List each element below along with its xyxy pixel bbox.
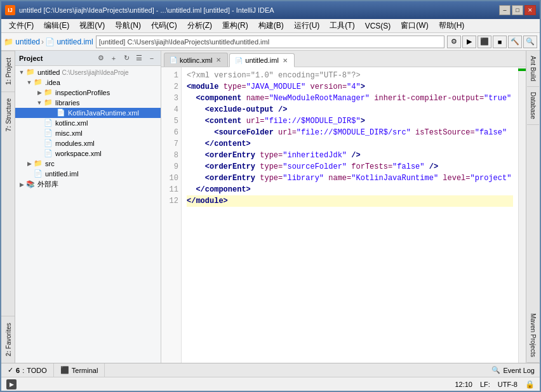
menu-tools[interactable]: 工具(T) — [324, 19, 359, 32]
editor-area: 📄 kotlinc.xml ✕ 📄 untitled.iml ✕ 1 2 3 4 — [161, 51, 526, 363]
tree-workspace[interactable]: 📄 workspace.xml — [15, 148, 161, 159]
status-bar: ▶ 12:10 LF: UTF-8 🔒 — [1, 377, 540, 391]
project-panel-collapse[interactable]: − — [147, 53, 157, 63]
tree-libraries[interactable]: ▼ 📁 libraries — [15, 98, 161, 108]
line-num-8: 8 — [161, 150, 178, 161]
code-line-11: </component> — [187, 184, 513, 195]
menu-window[interactable]: 窗口(W) — [396, 19, 433, 32]
menu-vcs[interactable]: VCS(S) — [360, 20, 396, 32]
tree-inspection-profiles[interactable]: ▶ 📁 inspectionProfiles — [15, 88, 161, 98]
content-area: 1: Project 7: Structure 2: Favorites Pro… — [1, 51, 540, 363]
nav-build-btn[interactable]: 🔨 — [508, 36, 522, 48]
modules-xml-icon: 📄 — [43, 139, 53, 148]
file-icon: 📄 — [45, 37, 55, 46]
left-side-strip: 1: Project 7: Structure 2: Favorites — [1, 51, 15, 363]
workspace-xml-icon: 📄 — [43, 149, 53, 158]
project-panel-expand[interactable]: ☰ — [134, 53, 144, 63]
tab-kotlinc-close[interactable]: ✕ — [215, 56, 222, 64]
tree-src[interactable]: ▶ 📁 src — [15, 159, 161, 169]
right-tab-maven[interactable]: Maven Projects — [527, 308, 539, 363]
event-log-area: 🔍 Event Log — [486, 366, 540, 374]
project-panel-title: Project — [19, 55, 93, 62]
tree-idea[interactable]: ▼ 📁 .idea — [15, 77, 161, 88]
menu-help[interactable]: 帮助(H) — [434, 19, 470, 32]
window-title: untitled [C:\Users\jiajh\IdeaProjects\un… — [19, 6, 499, 14]
breadcrumb: 📁 untitled › 📄 untitled.iml — [4, 37, 93, 46]
breadcrumb-file[interactable]: 📄 untitled.iml — [45, 37, 93, 46]
nav-bar: 📁 untitled › 📄 untitled.iml [untitled] C… — [1, 33, 540, 51]
nav-path-bar: [untitled] C:\Users\jiajh\IdeaProjects\u… — [96, 36, 444, 48]
sidebar-item-project[interactable]: 1: Project — [1, 51, 15, 91]
code-line-9: <orderEntry type="sourceFolder" forTests… — [187, 161, 513, 173]
menu-file[interactable]: 文件(F) — [4, 19, 39, 32]
tree-root-label: untitled C:\Users\jiajh\IdeaProje — [37, 69, 129, 76]
right-tab-ant-build[interactable]: Ant Build — [527, 51, 539, 87]
project-panel-plus[interactable]: + — [109, 53, 119, 63]
tree-kotlin-runtime[interactable]: 📄 KotlinJavaRuntime.xml — [15, 108, 161, 118]
untitled-iml-icon: 📄 — [33, 169, 43, 178]
sidebar-item-favorites[interactable]: 2: Favorites — [1, 316, 15, 363]
sidebar-item-structure[interactable]: 7: Structure — [1, 91, 15, 138]
menu-refactor[interactable]: 重构(R) — [217, 19, 253, 32]
tab-untitled-iml[interactable]: 📄 untitled.iml ✕ — [229, 53, 295, 67]
folder-icon: 📁 — [4, 37, 13, 46]
tree-modules[interactable]: 📄 modules.xml — [15, 138, 161, 148]
code-line-4: <exclude-output /> — [187, 104, 513, 115]
window-controls: – □ ✕ — [499, 5, 536, 15]
misc-xml-icon: 📄 — [43, 129, 53, 138]
code-line-5: <content url="file://$MODULE_DIR$"> — [187, 115, 513, 127]
tab-untitled-iml-label: untitled.iml — [245, 56, 279, 64]
project-panel-sync[interactable]: ↻ — [121, 53, 131, 63]
editor-scroll-indicator — [518, 67, 526, 363]
untitled-iml-tab-icon: 📄 — [235, 57, 243, 64]
tab-kotlinc-xml[interactable]: 📄 kotlinc.xml ✕ — [164, 53, 228, 67]
kotlinc-tab-icon: 📄 — [170, 56, 177, 63]
line-num-10: 10 — [161, 173, 178, 184]
main-window: IJ untitled [C:\Users\jiajh\IdeaProjects… — [0, 0, 541, 392]
menu-build[interactable]: 构建(B) — [253, 19, 289, 32]
tree-kotlinc[interactable]: 📄 kotlinc.xml — [15, 118, 161, 128]
tree-misc[interactable]: 📄 misc.xml — [15, 128, 161, 138]
menu-run[interactable]: 运行(U) — [289, 19, 325, 32]
breadcrumb-root[interactable]: 📁 untitled — [4, 37, 40, 46]
menu-navigate[interactable]: 导航(N) — [110, 19, 146, 32]
nav-stop-btn[interactable]: ■ — [493, 36, 507, 48]
nav-settings-btn[interactable]: ⚙ — [447, 36, 461, 48]
root-folder-icon: 📁 — [25, 68, 36, 77]
tab-untitled-iml-close[interactable]: ✕ — [281, 56, 289, 64]
code-line-12: </module> — [187, 195, 513, 207]
code-line-3: <component name="NewModuleRootManager" i… — [187, 93, 513, 104]
code-editor[interactable]: <?xml version="1.0" encoding="UTF-8"?> <… — [182, 67, 518, 363]
event-log-label[interactable]: Event Log — [503, 367, 535, 374]
nav-run-btn[interactable]: ▶ — [462, 36, 476, 48]
tree-root[interactable]: ▼ 📁 untitled C:\Users\jiajh\IdeaProje — [15, 67, 161, 77]
tree-untitled-iml[interactable]: 📄 untitled.iml — [15, 169, 161, 179]
close-button[interactable]: ✕ — [524, 5, 536, 15]
nav-search-btn[interactable]: 🔍 — [523, 36, 537, 48]
right-tab-database[interactable]: Database — [527, 87, 539, 125]
project-panel-header: Project ⚙ + ↻ ☰ − — [15, 51, 161, 66]
menu-analyze[interactable]: 分析(Z) — [182, 19, 217, 32]
line-num-7: 7 — [161, 138, 178, 150]
menu-code[interactable]: 代码(C) — [146, 19, 182, 32]
line-num-3: 3 — [161, 93, 178, 104]
menu-edit[interactable]: 编辑(E) — [39, 19, 74, 32]
todo-icon: ✓ — [8, 366, 13, 374]
code-line-8: <orderEntry type="inheritedJdk" /> — [187, 150, 513, 161]
nav-debug-btn[interactable]: ⬛ — [478, 36, 491, 48]
app-icon: IJ — [5, 5, 15, 15]
status-line-sep: LF: — [480, 381, 490, 388]
maximize-button[interactable]: □ — [512, 5, 523, 15]
tree-external-libs[interactable]: ▶ 📚 外部库 — [15, 179, 161, 190]
libraries-folder-icon: 📁 — [43, 98, 53, 107]
bottom-tab-terminal[interactable]: ⬛ Terminal — [54, 363, 105, 377]
line-num-6: 6 — [161, 127, 178, 138]
status-right: 12:10 LF: UTF-8 🔒 — [455, 380, 535, 389]
project-panel-gear[interactable]: ⚙ — [96, 53, 106, 63]
menu-view[interactable]: 视图(V) — [74, 19, 110, 32]
minimize-button[interactable]: – — [499, 5, 511, 15]
bottom-tab-todo[interactable]: ✓ 6: TODO — [1, 363, 54, 377]
idea-folder-icon: 📁 — [33, 78, 43, 87]
tab-kotlinc-label: kotlinc.xml — [180, 56, 212, 64]
menu-bar: 文件(F) 编辑(E) 视图(V) 导航(N) 代码(C) 分析(Z) 重构(R… — [1, 19, 540, 33]
